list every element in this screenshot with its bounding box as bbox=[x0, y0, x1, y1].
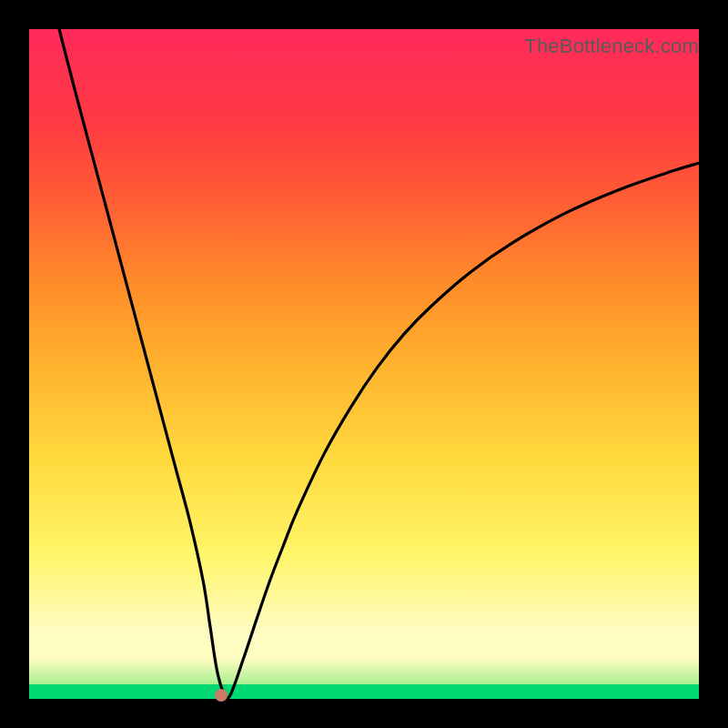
curve-layer bbox=[29, 29, 699, 699]
plot-area: TheBottleneck.com bbox=[29, 29, 699, 699]
optimal-point-marker bbox=[215, 689, 228, 702]
bottleneck-curve bbox=[59, 29, 699, 698]
chart-frame: TheBottleneck.com bbox=[0, 0, 728, 728]
